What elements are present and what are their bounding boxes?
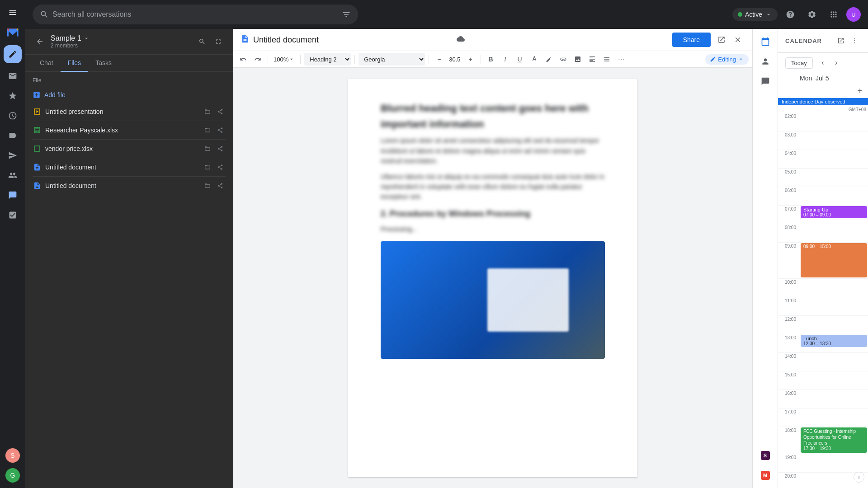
close-doc-button[interactable] bbox=[731, 33, 745, 47]
file-actions bbox=[202, 143, 226, 154]
sidebar-icon-starred[interactable] bbox=[4, 87, 22, 105]
sidebar-icon-mail[interactable] bbox=[4, 67, 22, 85]
apps-button[interactable] bbox=[825, 5, 843, 23]
sidebar-icon-tasks[interactable] bbox=[4, 206, 22, 224]
file-share-button[interactable] bbox=[215, 180, 226, 191]
time-content bbox=[800, 316, 868, 334]
time-content[interactable]: Lunch 12:30 – 13:30 bbox=[800, 334, 868, 352]
settings-button[interactable] bbox=[803, 5, 821, 23]
menu-icon[interactable] bbox=[4, 4, 22, 22]
time-content bbox=[800, 371, 868, 389]
font-increase-button[interactable]: + bbox=[464, 53, 477, 66]
tab-chat[interactable]: Chat bbox=[33, 55, 61, 72]
list-item[interactable]: Untitled presentation bbox=[33, 103, 226, 121]
bold-button[interactable]: B bbox=[485, 53, 497, 66]
file-share-button[interactable] bbox=[215, 106, 226, 117]
file-move-button[interactable] bbox=[202, 125, 213, 136]
open-new-tab-button[interactable] bbox=[714, 33, 729, 47]
sidebar-icon-send[interactable] bbox=[4, 146, 22, 164]
docs-icon bbox=[33, 163, 42, 172]
list-button[interactable] bbox=[600, 53, 613, 66]
time-content bbox=[800, 353, 868, 371]
active-dot bbox=[738, 12, 742, 17]
file-move-button[interactable] bbox=[202, 143, 213, 154]
list-item[interactable]: vendor price.xlsx bbox=[33, 140, 226, 158]
chat-panel-button[interactable] bbox=[756, 72, 774, 90]
time-content bbox=[800, 297, 868, 315]
calendar-event-lunch[interactable]: Lunch 12:30 – 13:30 bbox=[801, 335, 867, 347]
align-button[interactable] bbox=[586, 53, 599, 66]
file-move-button[interactable] bbox=[202, 180, 213, 191]
time-content[interactable]: Starting Up 07:00 – 09:00 bbox=[800, 206, 868, 224]
underline-button[interactable]: U bbox=[514, 53, 526, 66]
back-button[interactable] bbox=[33, 34, 47, 49]
sidebar-avatar-g[interactable]: G bbox=[4, 466, 22, 484]
italic-button[interactable]: I bbox=[499, 53, 512, 66]
search-input[interactable] bbox=[52, 10, 338, 19]
font-selector[interactable]: Georgia Arial Times New Roman bbox=[359, 53, 425, 66]
list-item[interactable]: Researcher Payscale.xlsx bbox=[33, 121, 226, 140]
calendar-panel-button[interactable] bbox=[756, 33, 774, 51]
file-share-button[interactable] bbox=[215, 125, 226, 136]
redo-button[interactable] bbox=[251, 53, 264, 66]
tab-tasks[interactable]: Tasks bbox=[88, 55, 119, 72]
heading-selector[interactable]: Heading 2 Normal text Heading 1 Heading … bbox=[304, 53, 351, 66]
file-move-button[interactable] bbox=[202, 106, 213, 117]
doc-body[interactable]: Blurred heading text content goes here w… bbox=[233, 68, 752, 488]
search-bar[interactable] bbox=[33, 5, 358, 24]
time-content[interactable]: FCC Guesting - Internship Opportunities … bbox=[800, 427, 868, 453]
edit-mode-toggle[interactable]: Editing bbox=[705, 54, 749, 65]
slack-panel-button[interactable]: S bbox=[756, 446, 774, 465]
search-chat-button[interactable] bbox=[195, 34, 209, 49]
sidebar-avatar-s[interactable]: S bbox=[4, 446, 22, 465]
calendar-holiday[interactable]: Independence Day observed bbox=[778, 98, 868, 105]
highlight-button[interactable] bbox=[542, 53, 555, 66]
zoom-selector[interactable]: 100% bbox=[272, 53, 297, 66]
compose-button[interactable] bbox=[4, 45, 22, 63]
user-avatar[interactable]: U bbox=[846, 7, 861, 22]
calendar-event-starting-up[interactable]: Starting Up 07:00 – 09:00 bbox=[801, 206, 867, 218]
sidebar-icon-people[interactable] bbox=[4, 166, 22, 184]
font-decrease-button[interactable]: − bbox=[433, 53, 445, 66]
expand-chat-button[interactable] bbox=[211, 34, 226, 49]
text-color-button[interactable] bbox=[528, 53, 541, 66]
more-options-button[interactable]: ⋯ bbox=[615, 53, 627, 66]
undo-button[interactable] bbox=[237, 53, 250, 66]
calendar-event-main[interactable]: 09:00 – 15:00 bbox=[801, 243, 867, 277]
meet-panel-button[interactable]: M bbox=[756, 466, 774, 484]
sidebar-icon-chat[interactable] bbox=[4, 186, 22, 204]
today-button[interactable]: Today bbox=[785, 57, 813, 69]
avatar-s: S bbox=[5, 448, 20, 463]
file-share-button[interactable] bbox=[215, 143, 226, 154]
calendar-more-button[interactable]: ⋮ bbox=[848, 34, 861, 47]
tab-files[interactable]: Files bbox=[61, 55, 89, 72]
help-button[interactable] bbox=[781, 5, 799, 23]
active-status-button[interactable]: Active bbox=[732, 8, 778, 21]
file-share-button[interactable] bbox=[215, 162, 226, 173]
filter-icon[interactable] bbox=[342, 10, 351, 19]
calendar-info-button[interactable]: i bbox=[854, 472, 864, 483]
list-item[interactable]: Untitled document bbox=[33, 177, 226, 195]
event-title: Starting Up bbox=[803, 207, 864, 212]
time-label: 08:00 bbox=[778, 224, 800, 230]
calendar-event-fcc[interactable]: FCC Guesting - Internship Opportunities … bbox=[801, 427, 867, 453]
doc-title[interactable]: Untitled document bbox=[253, 35, 453, 45]
add-event-button[interactable]: + bbox=[854, 84, 866, 97]
sidebar-icon-label[interactable] bbox=[4, 127, 22, 145]
next-day-button[interactable]: › bbox=[830, 56, 843, 69]
time-label: 11:00 bbox=[778, 297, 800, 303]
zoom-label: 100% bbox=[274, 56, 288, 63]
insert-image-button[interactable] bbox=[571, 53, 584, 66]
share-button[interactable]: Share bbox=[672, 33, 711, 47]
file-move-button[interactable] bbox=[202, 162, 213, 173]
calendar-open-button[interactable] bbox=[835, 34, 847, 47]
contacts-panel-button[interactable] bbox=[756, 52, 774, 70]
gmail-logo bbox=[4, 23, 22, 42]
link-button[interactable] bbox=[557, 53, 570, 66]
prev-day-button[interactable]: ‹ bbox=[816, 56, 829, 69]
sidebar-icon-clock[interactable] bbox=[4, 107, 22, 125]
list-item[interactable]: Untitled document bbox=[33, 158, 226, 177]
add-file-button[interactable]: Add file bbox=[33, 87, 226, 103]
files-section: File Add file Untitled presentation bbox=[25, 72, 233, 488]
time-content[interactable]: 09:00 – 15:00 bbox=[800, 243, 868, 278]
